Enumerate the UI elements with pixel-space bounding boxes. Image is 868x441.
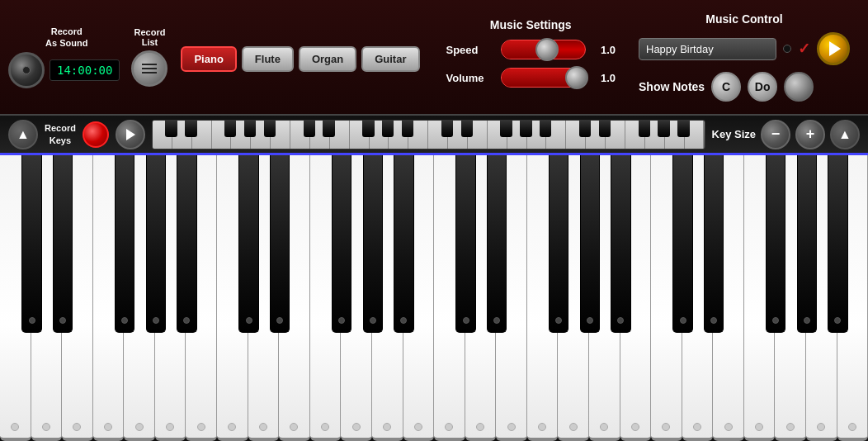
top-bar: Record As Sound 14:00:00 Record List	[0, 0, 868, 116]
black-key[interactable]	[487, 155, 507, 333]
instrument-buttons: Piano Flute Organ Guitar	[181, 46, 419, 72]
record-list-label: Record List	[134, 27, 165, 47]
black-key[interactable]	[115, 155, 134, 333]
speed-thumb[interactable]	[535, 38, 559, 61]
black-key[interactable]	[21, 155, 41, 333]
music-settings-title: Music Settings	[490, 18, 572, 31]
record-as-sound-row: Record As Sound 14:00:00	[8, 26, 125, 89]
record-list-section: Record List	[131, 27, 167, 87]
speed-row: Speed 1.0	[446, 40, 616, 59]
speed-value: 1.0	[591, 44, 616, 56]
show-notes-row: Show Notes C Do	[639, 72, 850, 102]
checkmark-icon: ✓	[798, 40, 810, 58]
key-size-label: Key Size	[712, 128, 756, 140]
record-as-sound-label: Record As Sound	[45, 26, 87, 50]
black-key[interactable]	[238, 155, 258, 333]
record-keys-label: RecordKeys	[45, 122, 76, 146]
time-display: 14:00:00	[50, 59, 120, 81]
volume-slider[interactable]	[501, 68, 587, 88]
play-small-icon	[126, 129, 135, 140]
play-button-large[interactable]	[817, 32, 850, 65]
song-select[interactable]: Happy Birtday	[639, 38, 776, 60]
show-notes-label: Show Notes	[639, 80, 705, 93]
black-key[interactable]	[270, 155, 290, 333]
play-triangle-icon	[829, 41, 841, 56]
music-control: Music Control Happy Birtday ✓ Show Notes…	[629, 6, 860, 108]
black-key[interactable]	[611, 155, 630, 333]
note-c-button[interactable]: C	[711, 72, 741, 102]
black-key[interactable]	[455, 155, 475, 333]
piano-wrapper	[0, 155, 868, 441]
record-as-sound-section: Record As Sound 14:00:00	[8, 26, 125, 89]
piano-container	[0, 155, 868, 441]
black-key[interactable]	[53, 155, 73, 333]
instrument-guitar[interactable]: Guitar	[361, 46, 419, 72]
volume-value: 1.0	[591, 72, 616, 84]
key-size-increase[interactable]: +	[795, 120, 825, 149]
show-notes-knob[interactable]	[784, 72, 814, 102]
instrument-flute[interactable]: Flute	[242, 46, 294, 72]
key-size-decrease[interactable]: −	[761, 120, 790, 149]
black-key[interactable]	[704, 155, 724, 333]
dot-indicator	[783, 45, 791, 53]
volume-row: Volume 1.0	[446, 68, 616, 88]
instrument-organ[interactable]: Organ	[299, 46, 356, 72]
volume-thumb[interactable]	[565, 66, 588, 89]
song-row: Happy Birtday ✓	[639, 32, 850, 65]
black-key[interactable]	[797, 155, 817, 333]
key-scroll-up[interactable]: ▲	[830, 120, 860, 149]
key-size-section: Key Size − + ▲	[712, 120, 860, 149]
music-settings: Music Settings Speed 1.0 Volume 1.0	[433, 12, 630, 102]
playback-bar: ▲ RecordKeys Key Size − + ▲	[0, 116, 868, 155]
record-list-button[interactable]	[131, 50, 167, 87]
scroll-up-button[interactable]: ▲	[8, 120, 38, 149]
black-key[interactable]	[580, 155, 600, 333]
volume-label: Volume	[446, 72, 496, 84]
speed-slider[interactable]	[501, 40, 587, 59]
black-key[interactable]	[766, 155, 785, 333]
play-button-small[interactable]	[116, 120, 145, 149]
music-control-title: Music Control	[639, 12, 850, 26]
black-key[interactable]	[363, 155, 383, 333]
black-key[interactable]	[394, 155, 413, 333]
black-key[interactable]	[332, 155, 351, 333]
black-key[interactable]	[177, 155, 196, 333]
knob-inner	[22, 66, 31, 74]
speed-label: Speed	[446, 44, 496, 56]
black-key[interactable]	[549, 155, 568, 333]
mini-piano-roll[interactable]	[152, 120, 705, 149]
black-key[interactable]	[828, 155, 847, 333]
record-button[interactable]	[83, 121, 109, 148]
note-do-button[interactable]: Do	[748, 72, 777, 102]
instrument-piano[interactable]: Piano	[181, 46, 236, 72]
list-icon	[142, 64, 157, 74]
black-key[interactable]	[672, 155, 692, 333]
record-knob[interactable]	[8, 52, 45, 88]
black-key[interactable]	[146, 155, 166, 333]
